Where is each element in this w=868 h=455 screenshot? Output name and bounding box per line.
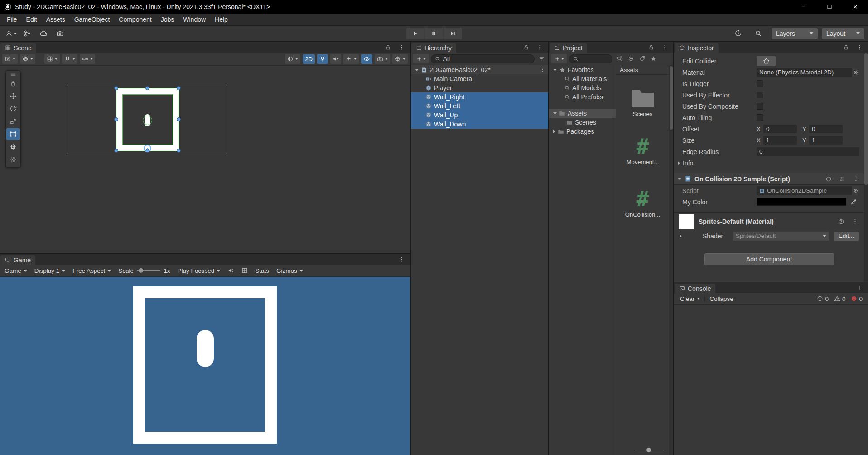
component-menu-icon[interactable]	[851, 174, 860, 184]
scene-camera-dropdown[interactable]	[375, 54, 390, 64]
shader-edit-button[interactable]: Edit...	[834, 232, 859, 241]
version-control-button[interactable]	[20, 28, 34, 39]
error-count-toggle[interactable]: 0	[848, 295, 865, 302]
lock-icon[interactable]	[841, 43, 850, 52]
scene-viewport[interactable]	[0, 66, 410, 253]
script-object-field[interactable]: OnCollision2DSample	[757, 186, 859, 195]
material-section-header[interactable]: Sprites-Default (Material)	[674, 212, 864, 230]
material-object-field[interactable]: None (Physics Material 2D)	[757, 68, 859, 77]
drag-handle-icon[interactable]	[6, 72, 20, 77]
snap-settings-dropdown[interactable]	[62, 54, 77, 64]
step-button[interactable]	[444, 28, 462, 39]
is-trigger-checkbox[interactable]	[757, 80, 763, 87]
lock-icon[interactable]	[646, 43, 656, 52]
menu-help[interactable]: Help	[210, 16, 232, 23]
foldout-open-icon[interactable]	[553, 112, 557, 115]
hierarchy-item-player[interactable]: Player	[411, 83, 548, 92]
menu-component[interactable]: Component	[114, 16, 156, 23]
info-count-toggle[interactable]: 0	[814, 295, 831, 302]
foldout-open-icon[interactable]	[415, 69, 419, 71]
script-component-header[interactable]: On Collision 2D Sample (Script)	[674, 173, 864, 185]
thumbnail-zoom-slider[interactable]	[635, 450, 664, 450]
panel-menu-icon[interactable]	[855, 43, 864, 52]
move-tool-button[interactable]	[6, 90, 20, 102]
rect-handle-bottom-right[interactable]	[177, 149, 181, 153]
pause-button[interactable]	[425, 28, 444, 39]
lock-icon[interactable]	[521, 43, 530, 52]
layers-dropdown[interactable]: Layers	[772, 28, 818, 39]
tab-hierarchy[interactable]: Hierarchy	[411, 43, 456, 53]
favorites-star-icon[interactable]	[649, 54, 658, 63]
menu-file[interactable]: File	[2, 16, 22, 23]
scene-lighting-toggle[interactable]	[317, 54, 328, 64]
menu-edit[interactable]: Edit	[22, 16, 42, 23]
favorites-row[interactable]: Favorites	[549, 65, 616, 74]
tab-inspector[interactable]: Inspector	[675, 43, 719, 53]
game-display-mode-dropdown[interactable]: Game	[1, 265, 31, 276]
foldout-closed-icon[interactable]	[553, 130, 555, 133]
used-by-composite-checkbox[interactable]	[757, 103, 763, 110]
lock-icon[interactable]	[383, 43, 392, 52]
add-component-button[interactable]: Add Component	[704, 253, 834, 265]
project-scrollbar-thumb[interactable]	[670, 66, 673, 130]
shader-dropdown[interactable]: Sprites/Default	[733, 232, 829, 241]
rect-handle-top-center[interactable]	[145, 86, 149, 90]
account-dropdown[interactable]	[4, 28, 18, 39]
layout-dropdown[interactable]: Layout	[822, 28, 864, 39]
search-button[interactable]	[751, 28, 766, 39]
minimize-button[interactable]	[791, 0, 816, 14]
auto-tiling-checkbox[interactable]	[757, 114, 763, 121]
rect-handle-bottom-left[interactable]	[114, 149, 118, 153]
capture-button[interactable]	[53, 28, 67, 39]
effects-dropdown[interactable]	[343, 54, 359, 64]
rect-handle-top-right[interactable]	[177, 86, 181, 90]
undo-history-button[interactable]	[731, 28, 745, 39]
search-filter-icon[interactable]	[537, 54, 546, 63]
foldout-open-icon[interactable]	[553, 69, 557, 71]
focus-mode-dropdown[interactable]: Play Focused	[174, 265, 224, 276]
hierarchy-item-wall-left[interactable]: Wall_Left	[411, 102, 548, 111]
custom-tool-button[interactable]	[6, 154, 20, 165]
rotate-tool-button[interactable]	[6, 103, 20, 115]
game-gizmos-dropdown[interactable]: Gizmos	[273, 265, 307, 276]
tab-game[interactable]: Game	[0, 255, 35, 265]
collapse-toggle[interactable]: Collapse	[706, 295, 737, 303]
foldout-open-icon[interactable]	[678, 178, 681, 180]
create-object-dropdown[interactable]	[413, 54, 429, 63]
packages-row[interactable]: Packages	[549, 127, 616, 136]
edit-collider-button[interactable]	[757, 56, 776, 66]
snap-increment-dropdown[interactable]	[80, 54, 95, 64]
panel-menu-icon[interactable]	[397, 255, 406, 264]
hierarchy-item-wall-down[interactable]: Wall_Down	[411, 120, 548, 129]
component-menu-icon[interactable]	[850, 217, 859, 226]
hierarchy-item-main-camera[interactable]: Main Camera	[411, 74, 548, 83]
gizmos-dropdown[interactable]	[392, 54, 408, 64]
favorite-all-models[interactable]: All Models	[549, 83, 616, 92]
scene-visibility-toggle[interactable]	[361, 54, 372, 64]
asset-item-movement[interactable]: # Movement...	[616, 137, 669, 165]
favorite-all-prefabs[interactable]: All Prefabs	[549, 92, 616, 102]
object-picker-icon[interactable]	[852, 186, 859, 195]
close-button[interactable]	[842, 0, 868, 14]
game-viewport[interactable]	[0, 277, 410, 455]
inspector-scrollbar[interactable]	[864, 53, 868, 282]
tab-scene[interactable]: Scene	[0, 43, 36, 53]
scale-slider[interactable]	[137, 270, 160, 271]
open-search-icon[interactable]	[615, 54, 624, 63]
panel-menu-icon[interactable]	[535, 43, 544, 52]
panel-menu-icon[interactable]	[660, 43, 669, 52]
presets-icon[interactable]	[838, 174, 847, 184]
scenes-folder-row[interactable]: Scenes	[549, 118, 616, 127]
hierarchy-item-wall-right[interactable]: Wall_Right	[411, 92, 548, 102]
tool-settings-dropdown[interactable]	[2, 54, 18, 64]
rect-handle-top-left[interactable]	[114, 86, 118, 90]
view-tool-button[interactable]	[6, 77, 20, 89]
menu-jobs[interactable]: Jobs	[156, 16, 179, 23]
info-foldout-row[interactable]: Info	[674, 157, 864, 169]
menu-assets[interactable]: Assets	[42, 16, 70, 23]
eyedropper-icon[interactable]	[850, 198, 857, 205]
color-swatch[interactable]	[757, 198, 846, 206]
hierarchy-item-wall-up[interactable]: Wall_Up	[411, 111, 548, 120]
panel-menu-icon[interactable]	[397, 43, 406, 52]
inspector-scrollbar-thumb[interactable]	[864, 53, 868, 185]
